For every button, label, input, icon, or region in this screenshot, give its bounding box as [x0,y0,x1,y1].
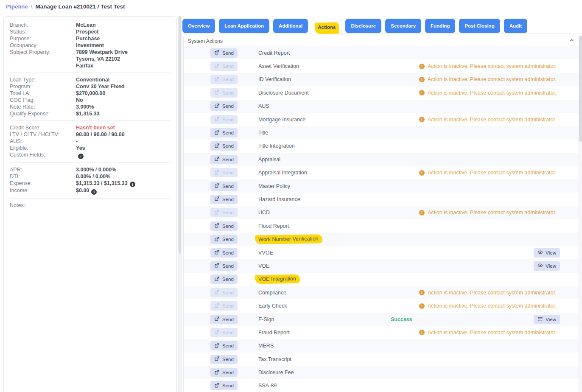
action-row-compliance: SendCompliance!Action is inactive. Pleas… [184,286,579,299]
action-row-vvoe: SendVVOEView [184,246,579,259]
warning-icon: ! [419,170,425,176]
info-icon[interactable]: i [91,189,97,195]
sidebar-value-qualify-expense: $1,315.33 [76,110,100,117]
tab-label: Post Closing [464,23,494,28]
action-row-early-check: SendEarly Check!Action is inactive. Plea… [184,299,579,312]
send-icon [214,196,220,202]
summary-row-subject-property: Subject Property:7899 Westpark DriveTyso… [4,49,176,69]
action-row-ssa-89: SendSSA-89 [184,379,579,392]
tab-post-closing[interactable]: Post Closing [459,19,500,33]
action-name: Master Policy [258,183,290,189]
send-button[interactable]: Send [210,315,238,324]
tab-additional[interactable]: Additional [273,19,308,33]
tab-actions[interactable]: Actions [312,19,341,35]
inactive-warning: !Action is inactive. Please contact syst… [419,290,557,296]
send-button[interactable]: Send [210,155,238,164]
warning-icon: ! [419,64,425,69]
success-status: Success [391,316,412,322]
action-row-aus: SendAUS [184,100,579,113]
sidebar-label-credit-score: Credit Score: [10,124,76,131]
sidebar-value-loan-type: Conventional [76,76,109,83]
warning-icon: ! [419,117,425,122]
action-name: Tax Transcript [258,356,291,362]
send-button[interactable]: Send [210,248,238,258]
action-row-tax-transcript: SendTax Transcript [184,353,579,366]
collapse-section-button[interactable] [569,38,574,44]
view-button[interactable]: View [534,248,560,258]
action-row-asset-verification: SendAsset Verification!Action is inactiv… [184,59,579,73]
warning-icon: ! [419,303,425,309]
send-button[interactable]: Send [210,368,238,377]
summary-row-program: Program:Conv 30 Year Fixed [4,83,176,90]
sidebar-label-total-la: Total LA: [10,90,76,97]
action-name: E-Sign [258,316,274,322]
send-button[interactable]: Send [210,48,238,58]
send-button-label: Send [222,90,234,95]
send-button[interactable]: Send [210,221,238,231]
send-button-label: Send [222,343,234,348]
inactive-warning-text: Action is inactive. Please contact syste… [428,90,557,96]
send-button[interactable]: Send [210,235,238,244]
sidebar-label-loan-type: Loan Type: [10,76,76,83]
send-icon [214,263,220,269]
sidebar-value-total-la: $270,000.00 [76,90,106,97]
sidebar-value-line: Tysons, VA 22102 [76,56,128,62]
send-button-label: Send [222,77,234,82]
send-button[interactable]: Send [210,261,238,271]
action-row-e-sign: SendE-SignSuccessView [184,313,579,326]
sidebar-value-eligible: Yes [76,145,85,151]
view-button[interactable]: View [534,315,560,324]
action-name: VVOE [258,250,273,256]
send-button-label: Send [222,170,234,175]
action-row-disclosure-document: SendDisclosure Document!Action is inacti… [184,86,579,99]
send-icon [214,50,220,56]
page-scrollbar-thumb[interactable] [579,36,582,142]
tab-funding[interactable]: Funding [425,19,455,33]
send-button-label: Send [222,210,234,215]
sidebar-value-text: $270,000.00 [76,90,106,96]
view-button-label: View [546,317,556,322]
inactive-warning-text: Action is inactive. Please contact syste… [428,170,557,176]
sidebar-value-text: Purchase [76,36,100,42]
sidebar-label-coc-flag: COC Flag: [10,97,76,104]
sidebar-value-dti: 0.00% / 0.00% [76,173,110,180]
send-button[interactable]: Send [210,182,238,191]
breadcrumb: Pipeline \ Manage Loan #210021 / Test Te… [6,3,125,10]
send-button[interactable]: Send [210,141,238,151]
tab-audit[interactable]: Audit [504,19,527,33]
sidebar-scrollbar[interactable] [178,16,182,392]
info-icon[interactable]: i [130,182,135,187]
inactive-warning: !Action is inactive. Please contact syst… [419,210,557,216]
sidebar-value-text: Prospect [76,29,99,35]
send-button[interactable]: Send [210,195,238,204]
view-button[interactable]: View [534,261,560,271]
page-scrollbar[interactable] [579,36,582,392]
chevron-up-icon [569,38,574,44]
tab-disclosure[interactable]: Disclosure [345,19,381,33]
send-button: Send [210,301,238,311]
warning-icon: ! [419,90,425,95]
summary-row-purpose: Purpose:Purchase [4,35,176,42]
send-button[interactable]: Send [210,355,238,364]
section-divider [10,73,171,73]
send-button[interactable]: Send [210,341,238,350]
send-button-label: Send [222,277,234,282]
sidebar-scrollbar-thumb[interactable] [179,16,181,254]
action-row-id-verification: SendID Verification!Action is inactive. … [184,73,579,86]
send-button[interactable]: Send [210,274,238,284]
info-icon[interactable]: i [78,154,84,159]
send-button[interactable]: Send [210,381,238,390]
tab-overview[interactable]: Overview [182,19,215,33]
send-button[interactable]: Send [210,101,238,111]
send-button-label: Send [222,197,234,202]
summary-row-apr: APR:3.000% / 0.000% [4,166,176,173]
sidebar-label-program: Program: [10,83,76,90]
tab-loan-application[interactable]: Loan Application [219,19,269,33]
breadcrumb-pipeline-link[interactable]: Pipeline [6,3,28,10]
sidebar-value-text: - [76,138,78,144]
inactive-warning-text: Action is inactive. Please contact syste… [428,303,557,309]
inactive-warning: !Action is inactive. Please contact syst… [419,63,557,69]
action-name: Fraud Report [258,330,290,336]
tab-secondary[interactable]: Secondary [385,19,421,33]
send-button[interactable]: Send [210,128,238,137]
